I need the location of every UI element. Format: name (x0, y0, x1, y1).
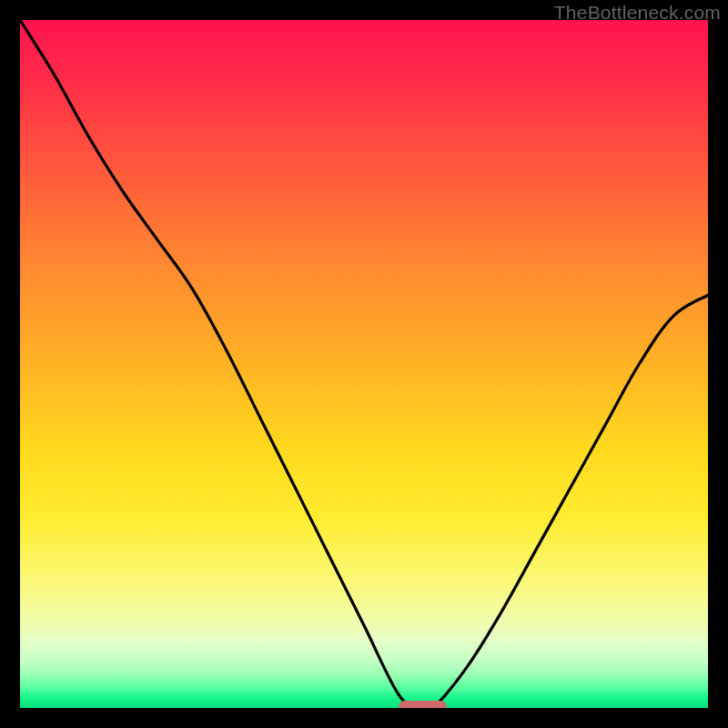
optimal-range-marker (399, 701, 447, 708)
bottleneck-curve-svg (20, 20, 708, 708)
bottleneck-curve-path (20, 20, 708, 708)
plot-area (20, 20, 708, 708)
